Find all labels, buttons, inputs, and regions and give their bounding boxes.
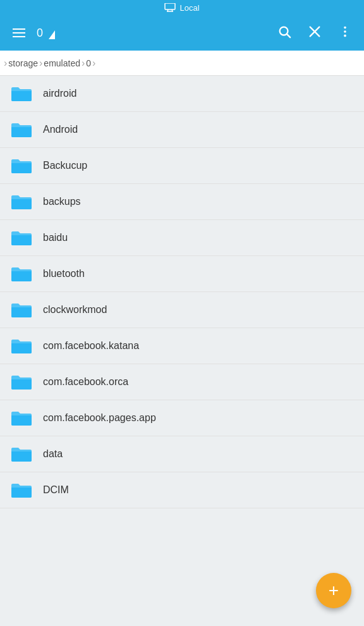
folder-icon — [10, 265, 33, 283]
status-bar-title: Local — [164, 3, 199, 13]
folder-icon — [10, 157, 33, 175]
list-item[interactable]: com.facebook.pages.app — [0, 400, 364, 436]
file-name: data — [43, 448, 63, 460]
search-icon — [277, 25, 291, 41]
hamburger-icon — [13, 28, 25, 37]
folder-icon — [10, 481, 33, 499]
status-bar: Local — [0, 0, 364, 15]
search-button[interactable] — [270, 19, 298, 47]
file-name: com.facebook.pages.app — [43, 412, 156, 424]
signal-icon — [46, 27, 58, 39]
breadcrumb-arrow-left: › — [4, 58, 7, 69]
svg-point-10 — [344, 35, 346, 37]
breadcrumb: › storage › emulated › 0 › — [0, 51, 364, 76]
file-name: com.facebook.orca — [43, 376, 128, 388]
status-bar-app-title: Local — [179, 3, 199, 13]
file-name: baidu — [43, 232, 68, 243]
breadcrumb-emulated[interactable]: emulated — [44, 58, 80, 68]
svg-rect-0 — [165, 3, 175, 9]
file-name: Android — [43, 124, 78, 135]
monitor-icon — [164, 3, 176, 12]
folder-icon — [10, 121, 33, 138]
close-button[interactable] — [301, 19, 329, 47]
file-name: Backucup — [43, 160, 87, 171]
breadcrumb-arrow-right: › — [92, 58, 95, 69]
folder-icon — [10, 193, 33, 211]
menu-button[interactable] — [5, 19, 33, 47]
add-fab-button[interactable]: + — [316, 573, 351, 608]
file-name: DCIM — [43, 484, 69, 496]
file-name: airdroid — [43, 88, 76, 99]
list-item[interactable]: data — [0, 436, 364, 472]
file-name: bluetooth — [43, 268, 85, 279]
toolbar: 0 — [0, 15, 364, 51]
folder-icon — [10, 337, 33, 355]
svg-line-5 — [287, 34, 290, 37]
folder-icon — [10, 409, 33, 427]
selection-count: 0 — [37, 27, 43, 40]
list-item[interactable]: airdroid — [0, 76, 364, 112]
file-name: clockworkmod — [43, 304, 107, 316]
svg-point-9 — [344, 30, 346, 33]
folder-icon — [10, 85, 33, 102]
list-item[interactable]: bluetooth — [0, 256, 364, 292]
svg-point-8 — [344, 27, 346, 29]
folder-icon — [10, 301, 33, 319]
list-item[interactable]: baidu — [0, 220, 364, 256]
list-item[interactable]: clockworkmod — [0, 292, 364, 328]
breadcrumb-0[interactable]: 0 — [86, 58, 91, 68]
breadcrumb-storage[interactable]: storage — [8, 58, 38, 68]
list-item[interactable]: DCIM — [0, 472, 364, 508]
add-icon: + — [329, 582, 339, 599]
file-name: backups — [43, 196, 81, 207]
close-icon — [308, 25, 322, 41]
folder-icon — [10, 373, 33, 391]
file-name: com.facebook.katana — [43, 340, 139, 352]
more-button[interactable] — [331, 19, 359, 47]
folder-icon — [10, 445, 33, 463]
list-item[interactable]: com.facebook.orca — [0, 364, 364, 400]
file-list: airdroid Android Backucup backups — [0, 76, 364, 626]
folder-icon — [10, 229, 33, 247]
breadcrumb-sep-2: › — [82, 58, 85, 69]
list-item[interactable]: Android — [0, 112, 364, 148]
more-icon — [338, 25, 352, 41]
list-item[interactable]: backups — [0, 184, 364, 220]
list-item[interactable]: Backucup — [0, 148, 364, 184]
breadcrumb-sep-1: › — [39, 58, 42, 69]
toolbar-spacer — [46, 27, 268, 39]
list-item[interactable]: com.facebook.katana — [0, 328, 364, 364]
